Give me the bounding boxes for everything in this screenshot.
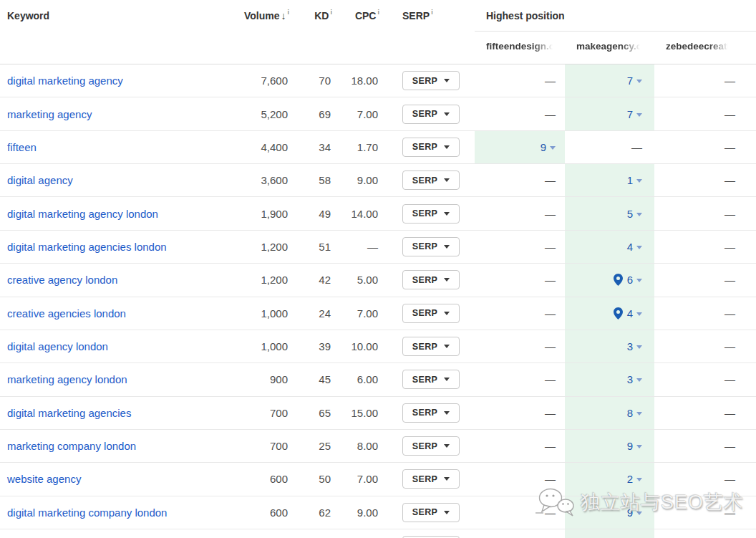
no-position-dash: — (545, 241, 556, 253)
position-value: 7 (627, 75, 633, 87)
info-icon: i (431, 9, 433, 16)
serp-button[interactable]: SERP (402, 237, 460, 256)
cpc-cell: 7.00 (334, 463, 381, 495)
position-value-dropdown[interactable]: 1 (627, 174, 642, 186)
caret-down-icon (444, 112, 450, 116)
serp-button[interactable]: SERP (402, 105, 460, 124)
serp-button[interactable]: SERP (402, 337, 460, 356)
kd-cell: 65 (291, 397, 334, 429)
position-cell-makeagency: 9 (565, 496, 654, 529)
volume-cell: 900 (228, 363, 291, 395)
table-row: marketing agency london900456.00SERP—3— (0, 363, 756, 396)
serp-button[interactable]: SERP (402, 204, 460, 224)
cpc-cell: 6.00 (334, 363, 381, 395)
serp-button-label: SERP (412, 342, 438, 352)
position-cell-fifteendesign: — (475, 363, 565, 395)
serp-button[interactable]: SERP (402, 469, 460, 489)
keyword-cell (0, 529, 228, 538)
kd-cell: 62 (291, 496, 334, 529)
keyword-link[interactable]: website agency (7, 473, 81, 485)
position-value-dropdown[interactable]: 8 (627, 407, 642, 419)
serp-button[interactable]: SERP (402, 503, 460, 522)
column-header-highest-position: Highest position (475, 0, 756, 32)
volume-cell: 1,900 (228, 197, 291, 229)
serp-button[interactable]: SERP (402, 370, 460, 389)
info-icon: i (330, 9, 332, 16)
serp-button[interactable]: SERP (402, 403, 460, 423)
serp-button[interactable]: SERP (402, 270, 460, 289)
column-header-volume[interactable]: Volume↓i (228, 10, 291, 21)
serp-button[interactable]: SERP (402, 138, 460, 157)
keyword-link[interactable]: digital agency (7, 174, 73, 186)
keyword-link[interactable]: marketing agency (7, 108, 92, 120)
position-cell-zebedeecreative: — (654, 496, 756, 529)
keyword-link[interactable]: digital agency london (7, 340, 108, 352)
caret-down-icon (444, 79, 450, 82)
column-header-cpc-label: CPC (355, 10, 377, 21)
no-position-dash: — (724, 340, 735, 352)
caret-down-icon (444, 477, 450, 481)
position-value-dropdown[interactable]: 6 (614, 274, 642, 286)
position-cell-fifteendesign: — (475, 496, 565, 529)
position-value: 2 (627, 473, 633, 485)
position-value-dropdown[interactable]: 9 (541, 141, 556, 153)
table-row: website agency600507.00SERP—2— (0, 463, 756, 496)
column-header-cpc[interactable]: CPCi (334, 10, 381, 21)
position-value-dropdown[interactable]: 3 (627, 340, 642, 352)
table-row: digital marketing agency7,6007018.00SERP… (0, 64, 756, 97)
cpc-cell: 7.00 (334, 97, 381, 130)
keyword-link[interactable]: fifteen (7, 141, 37, 153)
serp-button[interactable]: SERP (402, 436, 460, 456)
cpc-cell: — (334, 231, 381, 263)
no-position-dash: — (545, 108, 556, 120)
serp-button[interactable]: SERP (402, 71, 460, 90)
keyword-cell: creative agencies london (0, 297, 228, 330)
volume-cell: 1,000 (228, 330, 291, 362)
caret-down-icon (444, 378, 450, 381)
column-header-kd[interactable]: KDi (291, 10, 334, 21)
keyword-link[interactable]: digital marketing agency (7, 75, 123, 87)
position-value: 5 (627, 208, 633, 220)
no-position-dash: — (724, 407, 735, 419)
position-value-dropdown[interactable]: 4 (614, 307, 642, 320)
position-cell-fifteendesign: — (475, 97, 565, 130)
serp-button[interactable]: SERP (402, 170, 460, 190)
serp-button-label: SERP (412, 507, 438, 517)
serp-cell: SERP (381, 496, 475, 529)
keyword-cell: digital marketing company london (0, 496, 228, 529)
position-cell-fifteendesign (475, 529, 565, 538)
position-cell-zebedeecreative: — (654, 264, 756, 296)
position-cell-makeagency: 7 (565, 64, 654, 97)
keyword-link[interactable]: creative agency london (7, 274, 117, 286)
position-value-dropdown[interactable]: 4 (627, 241, 642, 253)
position-value-dropdown[interactable]: 3 (627, 373, 642, 385)
keyword-link[interactable]: digital marketing company london (7, 506, 167, 519)
position-cell-fifteendesign: — (475, 430, 565, 462)
position-cell-makeagency: 6 (565, 264, 654, 296)
position-cell-makeagency: 4 (565, 231, 654, 263)
position-value-dropdown[interactable]: 9 (627, 506, 642, 519)
caret-down-icon (636, 445, 642, 448)
keyword-link[interactable]: digital marketing agencies london (7, 241, 167, 253)
volume-cell: 600 (228, 496, 291, 529)
position-value-dropdown[interactable]: 9 (627, 440, 642, 452)
table-row: marketing agency5,200697.00SERP—7— (0, 97, 756, 130)
keyword-link[interactable]: marketing company london (7, 440, 136, 452)
table-row: digital marketing company london600629.0… (0, 496, 756, 529)
caret-down-icon (636, 312, 642, 316)
keyword-link[interactable]: digital marketing agency london (7, 208, 158, 220)
position-value-dropdown[interactable]: 2 (627, 473, 642, 485)
keyword-link[interactable]: marketing agency london (7, 373, 127, 385)
serp-button[interactable]: SERP (402, 304, 460, 323)
serp-button-label: SERP (412, 208, 438, 218)
position-value-dropdown[interactable]: 7 (627, 75, 642, 87)
position-value-dropdown[interactable]: 5 (627, 208, 642, 220)
position-value: 9 (627, 440, 633, 452)
position-value-dropdown[interactable]: 7 (627, 108, 642, 120)
table-row: digital agency london1,0003910.00SERP—3— (0, 330, 756, 363)
keyword-link[interactable]: creative agencies london (7, 307, 126, 320)
serp-button-label: SERP (412, 241, 438, 251)
keyword-link[interactable]: digital marketing agencies (7, 407, 131, 419)
caret-down-icon (444, 345, 450, 348)
table-row: creative agency london1,200425.00SERP—6— (0, 264, 756, 297)
